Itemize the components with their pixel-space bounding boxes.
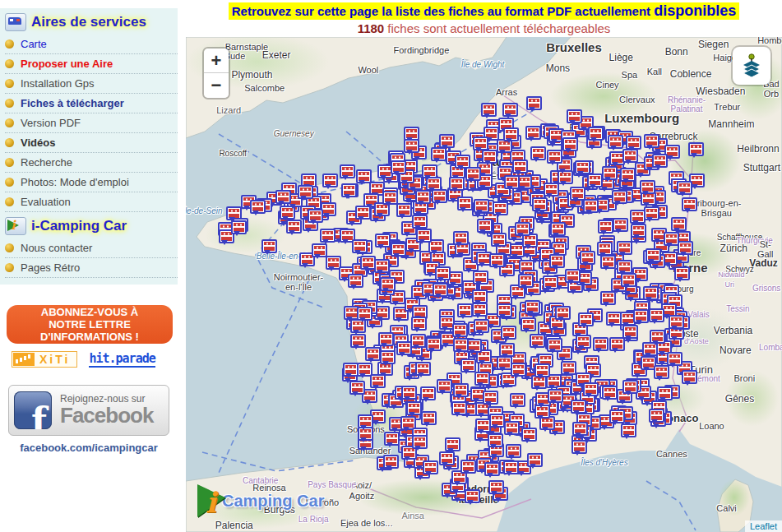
sidebar-item-fiches-a-telecharger[interactable]: Fiches à télécharger	[5, 94, 178, 113]
pdf-fiche-marker[interactable]	[356, 169, 372, 183]
pdf-fiche-marker[interactable]	[420, 386, 436, 400]
pdf-fiche-marker[interactable]	[380, 350, 396, 364]
pdf-fiche-marker[interactable]	[657, 386, 673, 400]
pdf-fiche-marker[interactable]	[677, 181, 692, 195]
pdf-fiche-marker[interactable]	[561, 361, 576, 375]
pdf-fiche-marker[interactable]	[340, 164, 355, 178]
pdf-fiche-marker[interactable]	[465, 489, 480, 503]
pdf-fiche-marker[interactable]	[370, 374, 386, 388]
pdf-fiche-marker[interactable]	[555, 306, 571, 320]
sidebar-section-title-aires-de-services[interactable]: Aires de services	[0, 8, 178, 35]
pdf-fiche-marker[interactable]	[674, 266, 690, 280]
pdf-fiche-marker[interactable]	[548, 389, 563, 403]
pdf-fiche-marker[interactable]	[465, 167, 481, 181]
pdf-fiche-marker[interactable]	[439, 134, 455, 148]
pdf-fiche-marker[interactable]	[445, 437, 460, 451]
pdf-fiche-marker[interactable]	[633, 309, 649, 323]
pdf-fiche-marker[interactable]	[649, 409, 664, 423]
pdf-fiche-marker[interactable]	[352, 239, 368, 253]
pdf-fiche-marker[interactable]	[499, 343, 515, 357]
pdf-fiche-marker[interactable]	[525, 300, 540, 314]
pdf-fiche-marker[interactable]	[437, 379, 452, 393]
pdf-fiche-marker[interactable]	[530, 146, 546, 160]
pdf-fiche-marker[interactable]	[622, 380, 638, 394]
pdf-fiche-marker[interactable]	[688, 142, 704, 156]
pdf-fiche-marker[interactable]	[512, 160, 528, 173]
pdf-fiche-marker[interactable]	[375, 234, 391, 247]
pdf-fiche-marker[interactable]	[312, 243, 327, 257]
pdf-fiche-marker[interactable]	[501, 326, 516, 340]
subscribe-newsletter-button[interactable]: ABONNEZ-VOUS À NOTRE LETTRE D'INFORMATIO…	[7, 305, 173, 344]
hitparade-badge[interactable]: hit.parade	[89, 351, 155, 368]
pdf-fiche-marker[interactable]	[587, 173, 603, 187]
pdf-fiche-marker[interactable]	[453, 231, 469, 245]
pdf-fiche-marker[interactable]	[452, 323, 468, 337]
pdf-fiche-marker[interactable]	[504, 175, 520, 189]
pdf-fiche-marker[interactable]	[472, 289, 488, 303]
pdf-fiche-marker[interactable]	[518, 274, 534, 288]
pdf-fiche-marker[interactable]	[649, 308, 664, 322]
pdf-fiche-marker[interactable]	[682, 370, 697, 384]
pdf-fiche-marker[interactable]	[474, 319, 489, 333]
pdf-fiche-marker[interactable]	[602, 386, 618, 400]
pdf-fiche-marker[interactable]	[532, 197, 548, 211]
pdf-fiche-marker[interactable]	[617, 260, 632, 274]
pdf-fiche-marker[interactable]	[410, 334, 426, 348]
facebook-panel[interactable]: f Rejoignez-nous sur Facebook	[8, 385, 169, 436]
pdf-fiche-marker[interactable]	[597, 242, 613, 256]
pdf-fiche-marker[interactable]	[482, 150, 497, 164]
pdf-fiche-marker[interactable]	[421, 411, 437, 425]
pdf-fiche-marker[interactable]	[497, 303, 512, 317]
pdf-fiche-marker[interactable]	[449, 177, 465, 191]
pdf-fiche-marker[interactable]	[378, 332, 394, 346]
pdf-fiche-marker[interactable]	[667, 352, 683, 366]
pdf-fiche-marker[interactable]	[678, 241, 693, 255]
pdf-fiche-marker[interactable]	[521, 317, 536, 331]
pdf-fiche-marker[interactable]	[652, 154, 668, 168]
pdf-fiche-marker[interactable]	[602, 166, 618, 180]
pdf-fiche-marker[interactable]	[451, 401, 467, 415]
pdf-fiche-marker[interactable]	[439, 451, 455, 465]
pdf-fiche-marker[interactable]	[588, 127, 604, 141]
pdf-fiche-marker[interactable]	[488, 480, 504, 494]
sidebar-item-photos-mode-demploi[interactable]: Photos: Mode d'emploi	[5, 173, 178, 192]
pdf-fiche-marker[interactable]	[484, 462, 500, 476]
pdf-fiche-marker[interactable]	[360, 256, 376, 270]
pdf-fiche-marker[interactable]	[609, 409, 625, 423]
pdf-fiche-marker[interactable]	[322, 173, 338, 187]
pdf-fiche-marker[interactable]	[474, 372, 490, 386]
pdf-fiche-marker[interactable]	[671, 217, 687, 231]
pdf-fiche-marker[interactable]	[575, 160, 590, 174]
pdf-fiche-marker[interactable]	[630, 210, 645, 224]
pdf-fiche-marker[interactable]	[382, 191, 398, 205]
pdf-fiche-marker[interactable]	[613, 218, 628, 232]
pdf-fiche-marker[interactable]	[320, 229, 335, 243]
pdf-fiche-marker[interactable]	[321, 202, 336, 216]
pdf-fiche-marker[interactable]	[669, 315, 684, 329]
pdf-fiche-marker[interactable]	[261, 239, 277, 253]
pdf-fiche-marker[interactable]	[431, 147, 447, 161]
pdf-fiche-marker[interactable]	[521, 428, 537, 442]
pdf-fiche-marker[interactable]	[643, 286, 659, 300]
pdf-fiche-marker[interactable]	[644, 134, 659, 148]
map-layers-control[interactable]	[733, 47, 770, 85]
pdf-fiche-marker[interactable]	[411, 317, 427, 331]
pdf-fiche-marker[interactable]	[391, 243, 406, 257]
zoom-out-button[interactable]: −	[204, 73, 229, 98]
pdf-fiche-marker[interactable]	[578, 312, 594, 326]
pdf-fiche-marker[interactable]	[565, 269, 581, 283]
pdf-fiche-marker[interactable]	[617, 241, 632, 255]
pdf-fiche-marker[interactable]	[547, 338, 562, 352]
pdf-fiche-marker[interactable]	[549, 254, 565, 268]
pdf-fiche-marker[interactable]	[380, 277, 396, 291]
pdf-fiche-marker[interactable]	[416, 229, 432, 243]
pdf-fiche-marker[interactable]	[308, 209, 323, 223]
pdf-fiche-marker[interactable]	[571, 400, 586, 414]
pdf-fiche-marker[interactable]	[504, 421, 520, 435]
pdf-fiche-marker[interactable]	[473, 136, 488, 150]
pdf-fiche-marker[interactable]	[457, 303, 473, 317]
pdf-fiche-marker[interactable]	[298, 185, 313, 199]
pdf-fiche-marker[interactable]	[583, 382, 599, 396]
zoom-in-button[interactable]: +	[204, 49, 229, 73]
pdf-fiche-marker[interactable]	[583, 199, 599, 213]
